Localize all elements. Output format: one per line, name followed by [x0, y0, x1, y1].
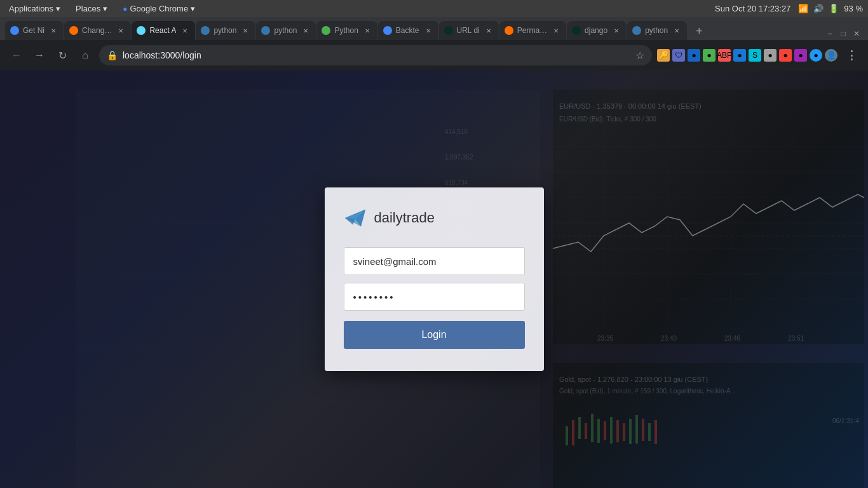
ext-shield-icon[interactable]: 🛡	[672, 49, 685, 62]
os-system-tray: 📶 🔊 🔋 93 %	[798, 4, 863, 13]
secure-icon: 🔒	[107, 50, 118, 60]
browser-tab-tab11[interactable]: python✕	[627, 21, 687, 40]
svg-marker-62	[344, 218, 355, 225]
tab-title: URL di	[457, 26, 480, 35]
tab-title: Perma…	[517, 26, 547, 35]
tab-favicon	[261, 26, 270, 35]
tab-favicon	[69, 26, 78, 35]
tab-close-button[interactable]: ✕	[672, 25, 682, 36]
browser-label: Google Chrome	[130, 4, 188, 13]
browser-tab-tab1[interactable]: Get Ni✕	[5, 21, 64, 40]
browser-tab-tab5[interactable]: python✕	[256, 21, 316, 40]
ext-account-icon[interactable]: 👤	[825, 49, 837, 62]
tab-title: python	[645, 26, 668, 35]
ext-abp-icon[interactable]: ABP	[718, 49, 731, 62]
logo-text: dailytrade	[374, 210, 435, 226]
tab-close-button[interactable]: ✕	[551, 25, 561, 36]
tab-close-button[interactable]: ✕	[611, 25, 621, 36]
tab-favicon	[137, 26, 146, 35]
os-taskbar: Applications ▾ Places ▾ ● Google Chrome …	[0, 0, 868, 17]
ext-8-icon[interactable]: ●	[810, 49, 822, 62]
tab-close-button[interactable]: ✕	[116, 25, 126, 36]
tab-title: React A	[149, 26, 176, 35]
browser-tab-tab6[interactable]: Python✕	[316, 21, 377, 40]
tab-title: Python	[334, 26, 358, 35]
ext-3-icon[interactable]: ●	[733, 49, 746, 62]
ext-1-icon[interactable]: ●	[688, 49, 700, 62]
tab-close-button[interactable]: ✕	[301, 25, 311, 36]
tab-close-button[interactable]: ✕	[240, 25, 250, 36]
login-overlay: dailytrade Login	[0, 71, 868, 488]
ext-7-icon[interactable]: ●	[794, 49, 807, 62]
browser-tab-tab4[interactable]: python✕	[196, 21, 255, 40]
os-clock: Sun Oct 20 17:23:27	[715, 4, 790, 13]
address-bar[interactable]: 🔒 localhost:3000/login ☆	[99, 45, 652, 65]
login-box: dailytrade Login	[325, 187, 544, 371]
browser-tab-tab3[interactable]: React A✕	[132, 21, 195, 40]
browser-tab-tab7[interactable]: Backte✕	[378, 21, 438, 40]
tab-title: Chang…	[82, 26, 112, 35]
applications-label: Applications	[9, 4, 53, 13]
browser-chevron-icon: ▾	[191, 4, 195, 13]
ext-4-icon[interactable]: S	[749, 49, 761, 62]
tab-close-button[interactable]: ✕	[362, 25, 372, 36]
tab-favicon	[322, 26, 330, 35]
tab-title: Get Ni	[23, 26, 44, 35]
battery-icon: 🔋	[829, 4, 839, 13]
password-input[interactable]	[344, 283, 525, 311]
logo-icon	[344, 207, 367, 229]
minimize-button[interactable]: −	[824, 27, 836, 40]
chrome-menu-button[interactable]: ⋮	[843, 46, 860, 64]
back-button[interactable]: ←	[8, 46, 25, 64]
tab-close-button[interactable]: ✕	[484, 25, 494, 36]
battery-label: 93 %	[844, 4, 863, 13]
login-button[interactable]: Login	[344, 321, 525, 349]
chrome-favicon-icon: ●	[123, 4, 127, 13]
browser-tab-tab8[interactable]: URL di✕	[439, 21, 499, 40]
forward-button[interactable]: →	[31, 46, 48, 64]
reload-button[interactable]: ↻	[53, 46, 71, 64]
tab-favicon	[201, 26, 210, 35]
close-window-button[interactable]: ✕	[850, 27, 863, 40]
ext-5-icon[interactable]: ●	[764, 49, 776, 62]
ext-key-icon[interactable]: 🔑	[657, 49, 670, 62]
places-chevron-icon: ▾	[103, 4, 107, 13]
tab-title: Backte	[396, 26, 419, 35]
chrome-window: Get Ni✕Chang…✕React A✕python✕python✕Pyth…	[0, 17, 868, 488]
tab-close-button[interactable]: ✕	[180, 25, 190, 36]
applications-menu[interactable]: Applications ▾	[5, 3, 64, 15]
browser-tab-tab10[interactable]: django✕	[567, 21, 627, 40]
tab-bar: Get Ni✕Chang…✕React A✕python✕python✕Pyth…	[0, 17, 868, 40]
places-menu[interactable]: Places ▾	[72, 3, 111, 15]
tab-favicon	[632, 26, 641, 35]
ext-2-icon[interactable]: ●	[703, 49, 715, 62]
chevron-down-icon: ▾	[56, 4, 60, 13]
tab-close-button[interactable]: ✕	[48, 25, 58, 36]
volume-icon: 🔊	[813, 4, 824, 13]
tab-favicon	[444, 26, 453, 35]
tab-favicon	[383, 26, 392, 35]
address-bar-container: ← → ↻ ⌂ 🔒 localhost:3000/login ☆ 🔑 🛡 ● ●…	[0, 40, 868, 71]
tab-favicon	[10, 26, 19, 35]
url-text: localhost:3000/login	[123, 50, 630, 60]
tab-title: django	[585, 26, 607, 35]
maximize-button[interactable]: □	[837, 27, 850, 40]
ext-6-icon[interactable]: ●	[779, 49, 792, 62]
tab-title: python	[214, 26, 236, 35]
wifi-icon: 📶	[798, 4, 808, 13]
email-input[interactable]	[344, 247, 525, 275]
new-tab-button[interactable]: +	[690, 22, 708, 40]
tab-close-button[interactable]: ✕	[423, 25, 433, 36]
logo-area: dailytrade	[344, 207, 525, 229]
page-content: 414,516 1,097,352 618,734 748,116 401,22…	[0, 71, 868, 488]
browser-tab-tab9[interactable]: Perma…✕	[499, 21, 566, 40]
extensions-area: 🔑 🛡 ● ● ABP ● S ● ● ● ● 👤	[657, 49, 837, 62]
home-button[interactable]: ⌂	[76, 46, 94, 64]
tab-title: python	[274, 26, 297, 35]
tab-favicon	[572, 26, 581, 35]
bookmark-icon[interactable]: ☆	[635, 50, 644, 62]
tab-favicon	[505, 26, 513, 35]
browser-menu[interactable]: ● Google Chrome ▾	[119, 3, 199, 15]
browser-tab-tab2[interactable]: Chang…✕	[64, 21, 131, 40]
